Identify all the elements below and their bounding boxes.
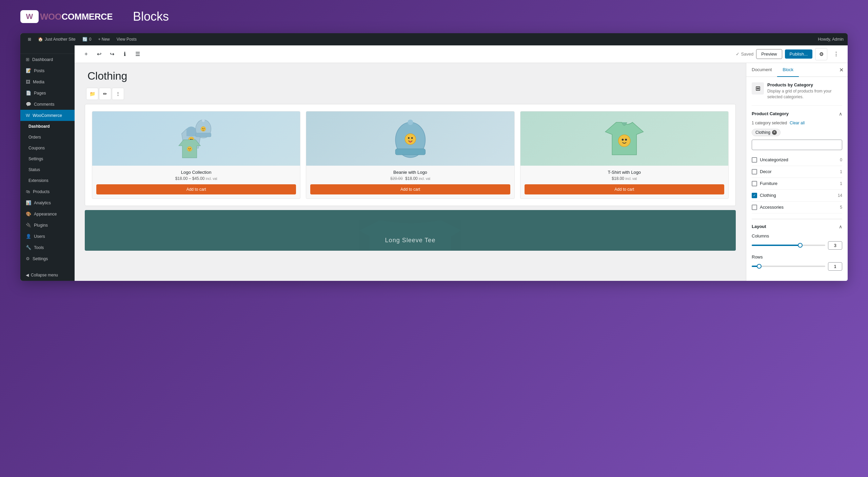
columns-slider-thumb[interactable] (798, 243, 803, 248)
tag-remove-button[interactable]: ✕ (772, 130, 777, 135)
undo-button[interactable]: ↩ (93, 48, 105, 60)
sidebar-item-pages[interactable]: 📄 Pages (20, 87, 75, 99)
sidebar-products-label: Products (33, 189, 50, 194)
product-name-1: Beanie with Logo (310, 170, 510, 175)
section-toggle-layout[interactable]: ∧ (839, 224, 842, 229)
cat-checkbox-decor[interactable] (752, 169, 757, 174)
product-name-0: Logo Collection (96, 170, 296, 175)
tab-document[interactable]: Document (746, 63, 777, 77)
block-info: ⊞ Products by Category Display a grid of… (752, 82, 842, 106)
cat-checkbox-clothing[interactable] (752, 193, 757, 198)
gear-icon: ⚙ (819, 51, 824, 57)
list-view-button[interactable]: ☰ (132, 48, 144, 60)
category-search-input[interactable] (752, 140, 842, 150)
sidebar-collapse[interactable]: ◀ Collapse menu (20, 269, 75, 281)
sidebar-item-dashboard[interactable]: ⊞ Dashboard (20, 54, 75, 65)
sidebar-woocommerce-label: WooCommerce (33, 113, 62, 118)
add-to-cart-0[interactable]: Add to cart (96, 184, 296, 194)
wp-logo-icon: ⊞ (28, 37, 31, 42)
right-panel: Document Block ✕ ⊞ Products by Category (746, 63, 848, 281)
products-grid: Logo Collection $18.00 – $45.00 incl. va… (92, 111, 729, 199)
sidebar-sub-settings[interactable]: Settings (20, 153, 75, 164)
cat-left-decor: Decor (752, 169, 772, 174)
edit-button[interactable]: ✏ (99, 88, 111, 100)
pages-icon: 📄 (26, 90, 31, 96)
cat-count-accessories: 5 (835, 205, 842, 210)
block-info-title: Products by Category (767, 82, 842, 87)
view-posts-item[interactable]: View Posts (113, 33, 140, 45)
sidebar-item-analytics[interactable]: 📊 Analytics (20, 197, 75, 208)
cat-count-clothing: 14 (835, 193, 842, 198)
sub-status-label: Status (28, 167, 40, 172)
sidebar-sub-coupons[interactable]: Coupons (20, 143, 75, 153)
analytics-icon: 📊 (26, 200, 31, 205)
settings-icon: ⚙ (26, 256, 30, 261)
woo-logo: W WOOCOMMERCE (20, 10, 113, 23)
section-toggle-category[interactable]: ∧ (839, 111, 842, 117)
rows-input[interactable]: 1 (828, 262, 842, 271)
redo-button[interactable]: ↪ (106, 48, 118, 60)
sidebar-item-products[interactable]: 🛍 Products (20, 186, 75, 197)
more-options-button[interactable]: ⋮ (830, 48, 842, 60)
sidebar-appearance-label: Appearance (34, 212, 57, 216)
category-item-decor: Decor 1 (752, 166, 842, 178)
folder-button[interactable]: 📁 (86, 88, 98, 100)
publish-button[interactable]: Publish... (785, 49, 812, 59)
sidebar-item-appearance[interactable]: 🎨 Appearance (20, 208, 75, 220)
sidebar-item-settings[interactable]: ⚙ Settings (20, 253, 75, 264)
rows-label: Rows (752, 254, 842, 260)
sidebar-item-posts[interactable]: 📝 Posts (20, 65, 75, 76)
add-to-cart-1[interactable]: Add to cart (310, 184, 510, 194)
more-icon: ⋮ (833, 51, 839, 57)
rows-slider-track (752, 266, 825, 267)
svg-point-19 (409, 141, 411, 143)
sidebar-item-media[interactable]: 🖼 Media (20, 76, 75, 87)
sidebar-item-tools[interactable]: 🔧 Tools (20, 242, 75, 253)
update-item[interactable]: 🔄 0 (79, 33, 95, 45)
preview-button[interactable]: Preview (756, 49, 782, 59)
product-info-beanie: Beanie with Logo $20.00 $18.00 incl. vat… (306, 166, 514, 199)
sidebar-site (20, 45, 75, 54)
wp-icon-item[interactable]: ⊞ (24, 33, 35, 45)
sidebar-sub-extensions[interactable]: Extensions (20, 175, 75, 186)
clear-all-link[interactable]: Clear all (790, 121, 805, 125)
info-button[interactable]: ℹ (119, 48, 131, 60)
sidebar-item-comments[interactable]: 💬 Comments (20, 99, 75, 110)
tab-block[interactable]: Block (777, 63, 799, 77)
products-block: Logo Collection $18.00 – $45.00 incl. va… (85, 104, 736, 206)
category-item-clothing: Clothing 14 (752, 190, 842, 202)
add-block-button[interactable]: ＋ (80, 48, 92, 60)
price-incl-0: incl. vat (206, 177, 217, 181)
cat-checkbox-furniture[interactable] (752, 181, 757, 186)
svg-point-17 (408, 137, 410, 139)
editor-toolbar: ＋ ↩ ↪ ℹ ☰ ✓ Saved Preview Publish... ⚙ (75, 45, 848, 63)
columns-input[interactable]: 3 (828, 241, 842, 250)
sidebar-sub-dashboard[interactable]: Dashboard (20, 121, 75, 132)
rows-slider-row: 1 (752, 262, 842, 271)
product-info-tshirt: T-Shirt with Logo $18.00 incl. vat Add t… (520, 166, 728, 199)
settings-gear-button[interactable]: ⚙ (815, 48, 827, 60)
editor-canvas: Clothing 📁 ✏ ⋮ (75, 63, 746, 281)
sidebar-sub-status[interactable]: Status (20, 164, 75, 175)
sidebar-users-label: Users (34, 234, 45, 239)
cat-checkbox-accessories[interactable] (752, 205, 757, 210)
section-header-category: Product Category ∧ (752, 111, 842, 117)
svg-point-22 (625, 139, 627, 141)
beanie-illustration (327, 117, 494, 160)
sidebar-item-users[interactable]: 👤 Users (20, 231, 75, 242)
sidebar-sub-orders[interactable]: Orders (20, 132, 75, 143)
site-name-item[interactable]: 🏠 Just Another Site (35, 33, 79, 45)
new-item[interactable]: + New (95, 33, 113, 45)
panel-close-button[interactable]: ✕ (835, 64, 848, 76)
add-to-cart-2[interactable]: Add to cart (525, 184, 724, 194)
sidebar-item-woocommerce[interactable]: W WooCommerce (20, 110, 75, 121)
block-more-icon: ⋮ (116, 91, 120, 97)
cat-checkbox-uncategorized[interactable] (752, 157, 757, 163)
rows-row: Rows 1 (752, 254, 842, 271)
block-more-button[interactable]: ⋮ (112, 88, 124, 100)
price-sale-1: $18.00 (405, 176, 418, 181)
product-price-0: $18.00 – $45.00 incl. vat (96, 176, 296, 181)
folder-icon: 📁 (90, 91, 95, 97)
sidebar-item-plugins[interactable]: 🔌 Plugins (20, 220, 75, 231)
rows-slider-thumb[interactable] (757, 264, 762, 269)
